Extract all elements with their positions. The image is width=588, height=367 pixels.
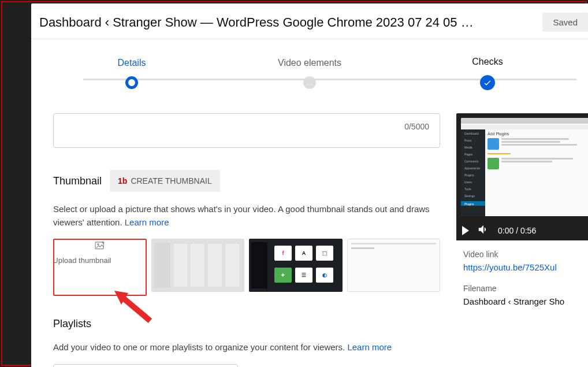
side-info: Video link https://youtu.be/7525Xul File… <box>456 240 588 327</box>
filename-label: Filename <box>463 284 581 293</box>
content: 0/5000 Thumbnail 1b CREATE THUMBNAIL Sel… <box>31 113 588 367</box>
main-column: 0/5000 Thumbnail 1b CREATE THUMBNAIL Sel… <box>53 113 440 367</box>
video-link-label: Video link <box>463 250 581 259</box>
step-label: Checks <box>399 57 576 67</box>
thumbnail-title: Thumbnail <box>53 175 102 187</box>
description-counter: 0/5000 <box>404 122 429 131</box>
create-thumbnail-label: CREATE THUMBNAIL <box>131 176 211 186</box>
video-player[interactable]: DashboardPostsMedia PagesCommentsAppeara… <box>456 113 588 240</box>
player-controls: 0:00 / 0:56 <box>456 221 588 240</box>
thumbnail-option-3[interactable] <box>347 239 441 292</box>
step-checks[interactable]: Checks <box>399 57 576 90</box>
annotation-arrow <box>110 286 156 329</box>
player-time: 0:00 / 0:56 <box>498 226 536 235</box>
volume-icon[interactable] <box>477 223 490 238</box>
playlists-description: Add your video to one or more playlists … <box>53 340 440 354</box>
step-label: Details <box>43 58 221 68</box>
thumbnail-option-2[interactable]: fA⬚ ✦☰◐ <box>249 239 342 292</box>
stepper: Details Video elements Checks <box>31 39 588 113</box>
learn-more-link[interactable]: Learn more <box>125 217 169 227</box>
step-dot-active-icon <box>125 76 138 89</box>
dialog-title: Dashboard ‹ Stranger Show — WordPress Go… <box>39 15 542 30</box>
learn-more-link[interactable]: Learn more <box>347 342 392 352</box>
saved-button[interactable]: Saved <box>542 13 588 32</box>
thumbnail-section: Thumbnail 1b CREATE THUMBNAIL Select or … <box>53 170 440 296</box>
create-thumbnail-button[interactable]: 1b CREATE THUMBNAIL <box>110 170 220 192</box>
arrow-icon <box>110 286 156 327</box>
step-label: Video elements <box>221 58 399 68</box>
add-image-icon <box>91 240 109 251</box>
section-head: Thumbnail 1b CREATE THUMBNAIL <box>53 170 440 192</box>
tubebuddy-icon: 1b <box>118 176 127 186</box>
play-icon[interactable] <box>462 226 469 235</box>
video-link[interactable]: https://youtu.be/7525Xul <box>463 262 581 272</box>
svg-point-1 <box>97 243 98 244</box>
playlist-select[interactable]: Select <box>53 364 238 367</box>
thumbnail-description: Select or upload a picture that shows wh… <box>53 202 440 229</box>
step-details[interactable]: Details <box>43 58 221 89</box>
dialog-header: Dashboard ‹ Stranger Show — WordPress Go… <box>31 3 588 39</box>
step-dot-icon <box>303 76 316 89</box>
check-icon <box>483 78 492 87</box>
step-video-elements[interactable]: Video elements <box>221 58 399 89</box>
description-input[interactable]: 0/5000 <box>53 113 440 148</box>
thumbnail-option-1[interactable] <box>151 239 245 292</box>
side-column: DashboardPostsMedia PagesCommentsAppeara… <box>456 113 588 367</box>
step-dot-done-icon <box>480 75 495 90</box>
filename-value: Dashboard ‹ Stranger Sho <box>463 296 581 306</box>
player-preview: DashboardPostsMedia PagesCommentsAppeara… <box>461 118 588 216</box>
